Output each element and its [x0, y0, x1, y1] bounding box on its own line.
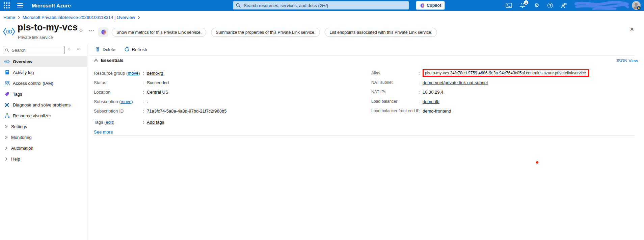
- sidebar-item-tags[interactable]: Tags: [0, 89, 87, 99]
- colon: :: [143, 120, 147, 125]
- redacted-account-name: [574, 1, 629, 10]
- essentials-left-column: Resource group (move) : demo-rg Status :…: [94, 68, 310, 135]
- chevron-up-icon: [94, 59, 98, 62]
- field-status: Status : Succeeded: [94, 78, 310, 87]
- nat-subnet-link[interactable]: demo-vnet/private-link-nat-subnet: [423, 80, 488, 85]
- resource-visualizer-icon: [4, 113, 10, 118]
- copilot-button[interactable]: Copilot: [416, 1, 445, 9]
- sidebar-item-label: Activity log: [13, 70, 34, 75]
- move-link[interactable]: move: [128, 71, 138, 76]
- sidebar-group-automation[interactable]: Automation: [0, 143, 87, 153]
- azure-portal-window: Microsoft Azure: [0, 0, 644, 240]
- sidebar-item-label: Access control (IAM): [13, 81, 53, 86]
- status-value: Succeeded: [147, 80, 169, 85]
- add-tags-link[interactable]: Add tags: [147, 120, 164, 125]
- copilot-icon: [100, 29, 106, 35]
- cloud-shell-button[interactable]: [503, 0, 515, 11]
- copilot-suggestion-endpoints[interactable]: List endpoints associated with this Priv…: [325, 28, 437, 37]
- resource-group-link[interactable]: demo-rg: [147, 71, 163, 76]
- app-launcher-button[interactable]: [0, 0, 14, 11]
- global-search-box[interactable]: [233, 1, 409, 9]
- feedback-button[interactable]: [558, 0, 570, 11]
- settings-button[interactable]: ⚙: [531, 0, 543, 11]
- field-label: Load balancer front end IP: [371, 109, 419, 113]
- more-options-icon[interactable]: ···: [88, 27, 95, 33]
- field-label: NAT subnet: [371, 80, 419, 85]
- sidebar-item-label: Resource visualizer: [13, 113, 51, 118]
- location-value: Central US: [147, 90, 168, 95]
- sidebar-item-overview[interactable]: Overview: [0, 56, 87, 67]
- breadcrumb: Home Microsoft.PrivateLinkService-202601…: [3, 15, 142, 20]
- top-bar: Microsoft Azure: [0, 0, 644, 11]
- delete-button-label: Delete: [103, 47, 115, 52]
- load-balancer-link[interactable]: demo-ilb: [423, 99, 439, 104]
- field-label: Alias: [371, 71, 419, 75]
- delete-button[interactable]: Delete: [95, 47, 115, 52]
- feedback-icon: [561, 3, 567, 8]
- field-alias: Alias : pls-to-my-vcs.34fc78ed-9759-4686…: [371, 68, 628, 78]
- sidebar-item-access-control[interactable]: Access control (IAM): [0, 78, 87, 89]
- sidebar-item-diagnose[interactable]: Diagnose and solve problems: [0, 99, 87, 110]
- field-label-suffix: ): [113, 120, 114, 125]
- field-label: Subscription (: [94, 99, 120, 104]
- field-subscription-id: Subscription ID : 71a3fc74-5a8a-4a8d-97b…: [94, 106, 310, 116]
- menu-search-input[interactable]: [11, 47, 62, 53]
- collapse-menu-icon[interactable]: «: [77, 46, 80, 51]
- menu-search-box[interactable]: [3, 46, 64, 54]
- account-avatar[interactable]: [632, 1, 641, 10]
- essentials-toggle[interactable]: Essentials: [94, 58, 124, 63]
- sidebar-item-label: Overview: [13, 59, 32, 64]
- toolbar-divider: [90, 55, 635, 55]
- refresh-icon: [124, 47, 130, 52]
- copilot-suggestion-summarize[interactable]: Summarize the properties of this Private…: [211, 28, 320, 37]
- subscription-value-redacted: [147, 102, 148, 103]
- sidebar-group-help[interactable]: Help: [0, 153, 87, 164]
- refresh-button[interactable]: Refresh: [124, 47, 147, 52]
- copilot-button-label: Copilot: [427, 3, 441, 8]
- lb-frontend-ip-link[interactable]: demo-frontend: [423, 109, 451, 114]
- field-label: NAT IPs: [371, 90, 419, 94]
- portal-menu-button[interactable]: [14, 0, 27, 11]
- sidebar-group-monitoring[interactable]: Monitoring: [0, 132, 87, 143]
- search-icon: [236, 3, 241, 8]
- field-label: Load balancer: [371, 99, 419, 104]
- field-load-balancer: Load balancer : demo-ilb: [371, 97, 628, 106]
- sidebar-item-resource-visualizer[interactable]: Resource visualizer: [0, 110, 87, 121]
- activity-log-icon: [4, 70, 10, 75]
- field-label: Location: [94, 90, 143, 95]
- breadcrumb-resource-link[interactable]: Microsoft.PrivateLinkService-20260106113…: [23, 15, 135, 20]
- colon: :: [419, 99, 423, 104]
- delete-icon: [95, 47, 100, 52]
- copilot-icon: [420, 3, 425, 8]
- field-location: Location : Central US: [94, 87, 310, 97]
- menu-options-icon[interactable]: ◇: [68, 47, 71, 51]
- field-subscription: Subscription (move) :: [94, 97, 310, 106]
- brand-title[interactable]: Microsoft Azure: [32, 3, 71, 8]
- command-bar: Delete Refresh: [95, 47, 147, 52]
- see-more-link[interactable]: See more: [94, 129, 113, 135]
- sidebar-group-label: Help: [11, 157, 20, 162]
- field-lb-frontend-ip: Load balancer front end IP : demo-fronte…: [371, 106, 628, 116]
- copilot-suggestion-metrics[interactable]: Show me metrics for this Private Link se…: [112, 28, 206, 37]
- page-title: pls-to-my-vcs: [18, 22, 78, 33]
- chevron-right-icon: [5, 146, 8, 150]
- sidebar-group-label: Automation: [11, 146, 33, 151]
- field-label: Tags (: [94, 120, 106, 125]
- close-blade-icon[interactable]: ✕: [630, 26, 634, 32]
- sidebar-group-settings[interactable]: Settings: [0, 121, 87, 132]
- favorite-star-icon[interactable]: ☆: [78, 27, 83, 34]
- breadcrumb-home-link[interactable]: Home: [3, 15, 15, 20]
- edit-tags-link[interactable]: edit: [106, 120, 113, 125]
- json-view-link[interactable]: JSON View: [616, 58, 638, 63]
- notifications-button[interactable]: 1: [516, 0, 529, 11]
- global-search-input[interactable]: [243, 3, 406, 8]
- copilot-suggestions-chip[interactable]: [98, 27, 108, 37]
- colon: :: [419, 109, 423, 114]
- field-label-suffix: ): [131, 99, 133, 104]
- page-subtitle: Private link service: [18, 35, 53, 40]
- help-button[interactable]: ?: [544, 0, 556, 11]
- help-icon: ?: [547, 3, 553, 8]
- chevron-right-icon: [5, 136, 8, 139]
- sidebar-item-activity-log[interactable]: Activity log: [0, 67, 87, 78]
- move-link[interactable]: move: [120, 99, 131, 104]
